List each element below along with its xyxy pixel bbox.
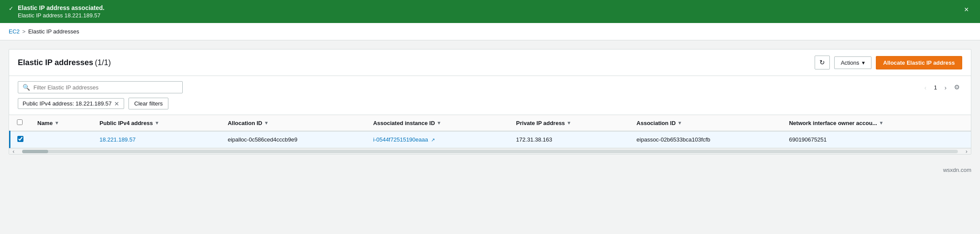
- sort-icon-name: ▼: [54, 120, 59, 125]
- row-allocation-id-cell: eipalloc-0c586ced4cccb9e9: [221, 131, 366, 148]
- remove-filter-button[interactable]: ✕: [114, 101, 119, 107]
- allocate-elastic-ip-button[interactable]: Allocate Elastic IP address: [876, 56, 962, 69]
- table-col-allocation-id: Allocation ID ▼: [221, 115, 366, 131]
- panel-count: (1/1): [95, 58, 111, 67]
- table-col-name: Name ▼: [30, 115, 92, 131]
- scrollbar-track: [22, 150, 957, 153]
- scroll-left-button[interactable]: ‹: [9, 148, 18, 155]
- filter-tag-label: Public IPv4 address: 18.221.189.57: [23, 100, 112, 107]
- notification-banner: ✓ Elastic IP address associated. Elastic…: [0, 0, 980, 23]
- panel-title-group: Elastic IP addresses (1/1): [18, 58, 111, 67]
- table-row: 18.221.189.57 eipalloc-0c586ced4cccb9e9 …: [10, 131, 971, 148]
- row-associated-instance-id-cell: i-0544f72515190eaaa ↗: [366, 131, 509, 148]
- row-association-id-cell: eipassoc-02b6533bca103fcfb: [630, 131, 782, 148]
- row-name-cell: [30, 131, 92, 148]
- elastic-ip-table: Name ▼ Public IPv4 address ▼: [9, 115, 971, 148]
- table-header-checkbox: [10, 115, 31, 131]
- select-all-checkbox[interactable]: [17, 119, 23, 125]
- actions-label: Actions: [841, 59, 859, 66]
- external-link-icon: ↗: [431, 137, 435, 142]
- pagination: ‹ 1 › ⚙: [921, 82, 962, 93]
- sort-icon-association-id: ▼: [677, 120, 682, 125]
- notification-title: Elastic IP address associated.: [18, 4, 105, 11]
- table-wrapper: Name ▼ Public IPv4 address ▼: [9, 115, 971, 148]
- row-checkbox-cell: [10, 131, 31, 148]
- search-box[interactable]: 🔍: [18, 81, 183, 93]
- associated-instance-link[interactable]: i-0544f72515190eaaa ↗: [373, 136, 435, 143]
- sort-icon-allocation-id: ▼: [264, 120, 269, 125]
- clear-filters-button[interactable]: Clear filters: [128, 98, 168, 109]
- table-col-private-ip: Private IP address ▼: [509, 115, 629, 131]
- table-col-association-id: Association ID ▼: [630, 115, 782, 131]
- pagination-prev-button[interactable]: ‹: [921, 82, 931, 93]
- panel-actions: ↻ Actions ▾ Allocate Elastic IP address: [815, 56, 962, 69]
- refresh-button[interactable]: ↻: [815, 56, 830, 69]
- scroll-right-button[interactable]: ›: [962, 148, 971, 155]
- filter-tags: Public IPv4 address: 18.221.189.57 ✕ Cle…: [18, 98, 962, 109]
- table-col-associated-instance-id: Associated instance ID ▼: [366, 115, 509, 131]
- notification-subtitle: Elastic IP address 18.221.189.57: [18, 12, 105, 19]
- panel-title: Elastic IP addresses: [18, 58, 93, 67]
- horizontal-scrollbar[interactable]: ‹ ›: [9, 148, 971, 154]
- scrollbar-thumb: [22, 150, 48, 153]
- search-icon: 🔍: [23, 84, 30, 91]
- actions-button[interactable]: Actions ▾: [834, 56, 871, 69]
- table-col-network-owner: Network interface owner accou... ▼: [782, 115, 971, 131]
- sort-icon-public-ipv4: ▼: [155, 120, 159, 125]
- filter-area: 🔍 ‹ 1 › ⚙ Public IPv4 address: 18.221.18…: [9, 76, 971, 115]
- pagination-page-number: 1: [931, 82, 940, 92]
- table-col-public-ipv4: Public IPv4 address ▼: [92, 115, 220, 131]
- footer-domain: wsxdn.com: [943, 167, 971, 173]
- breadcrumb-current: Elastic IP addresses: [28, 28, 79, 35]
- breadcrumb-ec2-link[interactable]: EC2: [9, 28, 20, 35]
- success-icon: ✓: [9, 5, 13, 12]
- search-input[interactable]: [33, 84, 178, 91]
- notification-text: Elastic IP address associated. Elastic I…: [18, 4, 105, 19]
- table-header-row: Name ▼ Public IPv4 address ▼: [10, 115, 971, 131]
- sort-icon-private-ip: ▼: [567, 120, 572, 125]
- row-network-owner-cell: 690190675251: [782, 131, 971, 148]
- notification-close-button[interactable]: ×: [961, 4, 971, 15]
- sort-icon-associated-instance-id: ▼: [437, 120, 441, 125]
- row-checkbox[interactable]: [17, 136, 23, 142]
- row-public-ipv4-cell: 18.221.189.57: [92, 131, 220, 148]
- footer: wsxdn.com: [0, 163, 980, 177]
- elastic-ip-panel: Elastic IP addresses (1/1) ↻ Actions ▾ A…: [9, 49, 971, 155]
- pagination-settings-button[interactable]: ⚙: [951, 82, 962, 93]
- panel-header: Elastic IP addresses (1/1) ↻ Actions ▾ A…: [9, 49, 971, 76]
- breadcrumb: EC2 > Elastic IP addresses: [0, 23, 980, 40]
- main-content: Elastic IP addresses (1/1) ↻ Actions ▾ A…: [0, 40, 980, 163]
- sort-icon-network-owner: ▼: [879, 120, 884, 125]
- pagination-next-button[interactable]: ›: [941, 82, 950, 93]
- breadcrumb-separator: >: [22, 28, 26, 35]
- active-filter-tag: Public IPv4 address: 18.221.189.57 ✕: [18, 98, 124, 109]
- notification-content: ✓ Elastic IP address associated. Elastic…: [9, 4, 105, 19]
- row-private-ip-cell: 172.31.38.163: [509, 131, 629, 148]
- actions-chevron-icon: ▾: [862, 59, 865, 66]
- public-ipv4-link[interactable]: 18.221.189.57: [99, 136, 135, 143]
